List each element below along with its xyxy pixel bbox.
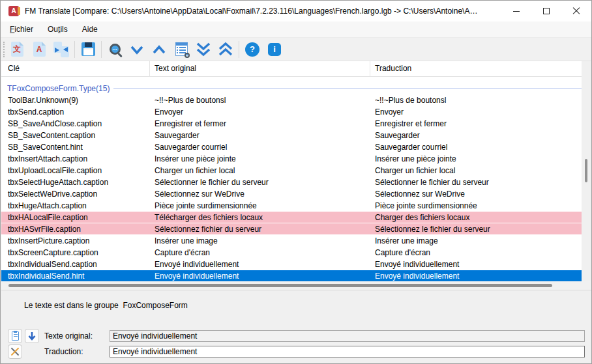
- table-row[interactable]: SB_SaveAndClose.captionEnregistrer et fe…: [1, 118, 583, 130]
- original-text-field[interactable]: [110, 330, 585, 342]
- table-row[interactable]: tbxUploadLocalFile.captionCharger un fic…: [1, 165, 583, 176]
- cell-original: Charger un fichier local: [150, 165, 370, 176]
- table-row[interactable]: tbxInsertPicture.captionInsérer une imag…: [1, 235, 583, 247]
- minimize-button[interactable]: [501, 1, 531, 21]
- open-translation-file-button[interactable]: A: [28, 39, 50, 60]
- next-untranslated-button[interactable]: [192, 39, 215, 60]
- cell-original: Pièce jointe surdimensionnée: [150, 200, 370, 212]
- column-header-translation[interactable]: Traduction: [370, 61, 583, 76]
- cell-original: Sauvegarder: [150, 130, 370, 141]
- info-icon: i: [268, 43, 281, 56]
- clear-translation-button[interactable]: [8, 344, 22, 359]
- table-row[interactable]: SB_SaveContent.captionSauvegarderSauvega…: [1, 130, 583, 141]
- toolbar-separator: [101, 41, 102, 58]
- table-rows: ToolBar.Unknown(9)~!!~Plus de boutonsl~!…: [1, 94, 583, 281]
- help-button[interactable]: ?: [241, 39, 263, 60]
- cell-original: Envoyer: [150, 106, 370, 118]
- cell-original: Sauvegarder courriel: [150, 141, 370, 153]
- original-field-label: Texte original:: [44, 331, 93, 341]
- copy-original-button[interactable]: [8, 329, 22, 343]
- compare-files-button[interactable]: [50, 39, 72, 60]
- table-row[interactable]: tbxHugeAttach.captionPièce jointe surdim…: [1, 200, 583, 212]
- cell-translation: Sélectionner le fichier du serveur: [370, 176, 583, 188]
- search-button[interactable]: ...: [104, 39, 126, 60]
- table-row[interactable]: tbxHASvrFile.captionSélectionnez fichier…: [1, 223, 583, 235]
- menu-bar: Fichier Outils Aide: [1, 21, 591, 38]
- close-icon: [572, 7, 580, 15]
- table-row[interactable]: tbxHALocalFile.captionTélécharger des fi…: [1, 212, 583, 223]
- translation-table: Clé Text original Traduction TFoxCompose…: [1, 61, 583, 281]
- table-row[interactable]: tbxScreenCapture.captionCapture d'écranC…: [1, 247, 583, 259]
- search-icon: ...: [110, 44, 121, 55]
- table-spacer: [1, 77, 583, 82]
- cell-key: tbxHugeAttach.caption: [1, 200, 150, 212]
- menu-aide[interactable]: Aide: [77, 23, 103, 36]
- translation-field-label: Traduction:: [44, 347, 83, 356]
- next-item-button[interactable]: [126, 39, 148, 60]
- table-row[interactable]: tbxIndividualSend.captionEnvoyé individu…: [1, 259, 583, 270]
- cell-key: tbxIndividualSend.hint: [1, 270, 150, 281]
- title-bar: A FM Translate [Compare: C:\Users\Antoin…: [1, 1, 591, 21]
- table-header: Clé Text original Traduction: [1, 61, 583, 77]
- cell-original: Sélectionnez sur WeDrive: [150, 188, 370, 200]
- horizontal-scrollbar-thumb[interactable]: [8, 284, 552, 287]
- previous-item-button[interactable]: [148, 39, 170, 60]
- group-header-label: TFoxComposeForm.Type(15): [7, 84, 110, 93]
- copy-down-button[interactable]: [25, 329, 39, 343]
- cell-translation: ~!!~Plus de boutonsl: [370, 94, 583, 106]
- table-row[interactable]: tbxSend.captionEnvoyerEnvoyer: [1, 106, 583, 118]
- group-info-text: Le texte est dans le groupe FoxComposeFo…: [24, 301, 188, 310]
- table-row[interactable]: tbxSelectHugeAttach.captionSélectionner …: [1, 176, 583, 188]
- app-window: A FM Translate [Compare: C:\Users\Antoin…: [0, 0, 592, 364]
- floppy-disk-icon: [81, 42, 95, 56]
- cell-translation: Pièce jointe surdimensionnée: [370, 200, 583, 212]
- vertical-scrollbar[interactable]: [582, 61, 591, 281]
- compare-documents-icon: [53, 42, 69, 57]
- cell-translation: Envoyé individuellement: [370, 259, 583, 270]
- vertical-scrollbar-thumb[interactable]: [585, 159, 587, 182]
- clear-cross-icon: [10, 347, 20, 356]
- table-row[interactable]: SB_SaveContent.hintSauvegarder courrielS…: [1, 141, 583, 153]
- open-source-file-button[interactable]: 文: [6, 39, 28, 60]
- browse-list-button[interactable]: [170, 39, 192, 60]
- clipboard-icon: [12, 331, 19, 341]
- cell-key: tbxSelectHugeAttach.caption: [1, 176, 150, 188]
- chevron-down-icon: [129, 42, 145, 57]
- cell-key: tbxInsertAttach.caption: [1, 153, 150, 165]
- maximize-button[interactable]: [531, 1, 561, 21]
- cell-key: tbxUploadLocalFile.caption: [1, 165, 150, 176]
- arrow-down-icon: [27, 331, 37, 341]
- cell-original: Télécharger des fichiers locaux: [150, 212, 370, 223]
- document-translate-icon: 文: [11, 42, 23, 57]
- table-row[interactable]: ToolBar.Unknown(9)~!!~Plus de boutonsl~!…: [1, 94, 583, 106]
- horizontal-scrollbar[interactable]: [1, 281, 592, 290]
- group-header-line: [113, 88, 583, 89]
- cell-translation: Charger un fichier local: [370, 165, 583, 176]
- cell-key: SB_SaveAndClose.caption: [1, 118, 150, 130]
- table-row[interactable]: tbxSelectWeDrive.captionSélectionnez sur…: [1, 188, 583, 200]
- list-search-icon: [175, 42, 188, 56]
- cell-key: tbxSend.caption: [1, 106, 150, 118]
- column-header-original[interactable]: Text original: [150, 61, 370, 76]
- cell-original: Envoyé individuellement: [150, 259, 370, 270]
- cell-translation: Envoyé individuellement: [370, 270, 583, 281]
- column-header-key[interactable]: Clé: [1, 61, 150, 76]
- cell-translation: Sélectionnez le fichier du serveur: [370, 223, 583, 234]
- double-chevron-up-icon: [217, 41, 234, 58]
- table-row[interactable]: tbxInsertAttach.captionInsérer une pièce…: [1, 153, 583, 165]
- cell-key: ToolBar.Unknown(9): [1, 94, 150, 106]
- close-button[interactable]: [561, 1, 591, 21]
- cell-translation: Insérer une image: [370, 235, 583, 247]
- about-button[interactable]: i: [263, 39, 286, 60]
- translation-text-field[interactable]: [110, 346, 585, 357]
- detail-panel: Le texte est dans le groupe FoxComposeFo…: [1, 290, 592, 364]
- table-row[interactable]: tbxIndividualSend.hintEnvoyé individuell…: [1, 270, 583, 281]
- document-letter-icon: A: [33, 42, 46, 57]
- cell-original: Sélectionnez fichier du serveur: [150, 223, 370, 234]
- menu-outils[interactable]: Outils: [42, 23, 73, 36]
- toolbar: 文 A ... ?: [1, 38, 591, 61]
- save-button[interactable]: [77, 39, 99, 60]
- previous-untranslated-button[interactable]: [215, 39, 237, 60]
- menu-fichier[interactable]: Fichier: [5, 23, 38, 36]
- group-header-row[interactable]: TFoxComposeForm.Type(15): [1, 82, 583, 94]
